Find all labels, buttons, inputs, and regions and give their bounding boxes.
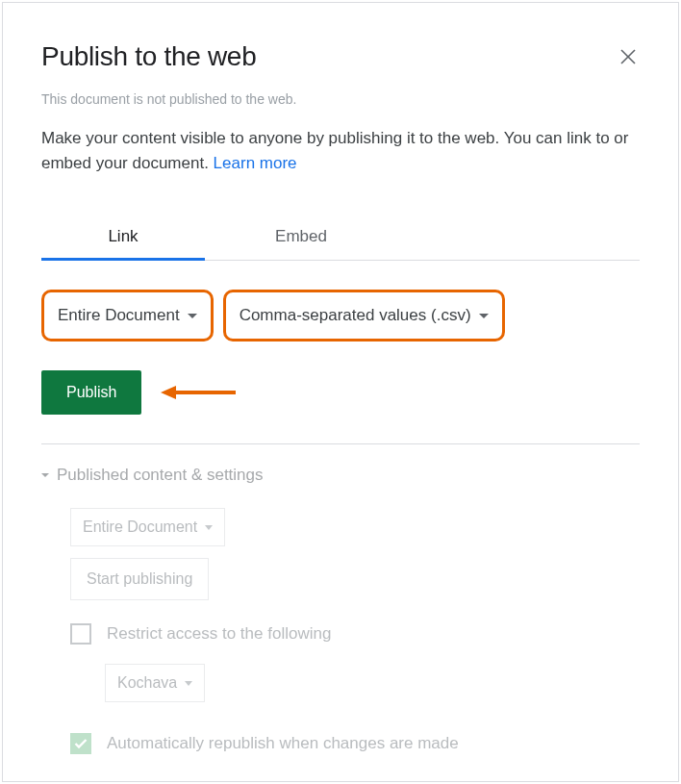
settings-scope-dropdown[interactable]: Entire Document [70,508,225,546]
dropdowns-row: Entire Document Comma-separated values (… [41,290,640,341]
publish-row: Publish [41,370,640,415]
restrict-target-dropdown[interactable]: Kochava [105,664,205,702]
close-icon [620,49,636,64]
restrict-access-checkbox[interactable] [70,623,91,645]
dialog-description: Make your content visible to anyone by p… [41,126,640,175]
scope-dropdown-label: Entire Document [58,306,180,325]
svg-marker-3 [161,386,176,399]
restrict-target-label: Kochava [117,674,177,692]
checkmark-icon [74,738,88,749]
caret-down-icon [185,681,192,686]
start-publishing-button[interactable]: Start publishing [70,558,209,600]
learn-more-link[interactable]: Learn more [214,154,297,172]
format-dropdown[interactable]: Comma-separated values (.csv) [223,290,505,341]
tabs: Link Embed [41,214,640,261]
dialog-title: Publish to the web [41,41,256,72]
caret-down-icon [205,525,213,530]
restrict-target-wrapper: Kochava [105,664,640,714]
arrow-left-icon [157,383,239,402]
arrow-annotation [157,383,239,402]
close-button[interactable] [617,45,640,72]
scope-dropdown[interactable]: Entire Document [41,290,214,341]
tab-link[interactable]: Link [41,214,205,260]
publish-dialog: Publish to the web This document is not … [2,2,679,782]
auto-republish-row: Automatically republish when changes are… [70,733,640,754]
settings-toggle[interactable]: Published content & settings [41,466,640,485]
publish-status: This document is not published to the we… [41,91,640,107]
auto-republish-label: Automatically republish when changes are… [107,734,459,753]
dialog-header: Publish to the web [41,41,640,72]
auto-republish-checkbox[interactable] [70,733,91,754]
restrict-access-row: Restrict access to the following [70,623,640,645]
restrict-access-label: Restrict access to the following [107,624,331,644]
publish-button[interactable]: Publish [41,370,141,415]
settings-header-label: Published content & settings [57,466,264,485]
settings-section: Published content & settings Entire Docu… [41,466,640,754]
format-dropdown-label: Comma-separated values (.csv) [240,306,471,325]
settings-body: Entire Document Start publishing Restric… [41,508,640,754]
settings-scope-label: Entire Document [83,518,197,536]
description-text: Make your content visible to anyone by p… [41,129,629,172]
divider [41,443,640,444]
tab-embed[interactable]: Embed [205,214,397,260]
caret-down-icon [479,314,489,318]
caret-down-icon [188,314,197,318]
caret-down-icon [41,473,49,477]
